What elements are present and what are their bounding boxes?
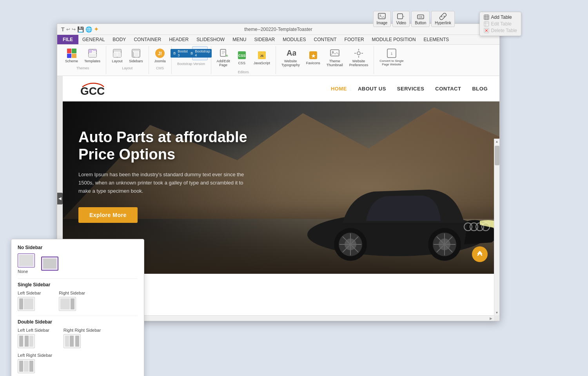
undo-btn[interactable]: ↩ xyxy=(66,27,70,32)
add-edit-page-button[interactable]: + Add/EditPage xyxy=(214,46,232,69)
title-bar-controls: T ↩ ↪ 💾 🌐 ✦ xyxy=(61,25,99,33)
svg-rect-23 xyxy=(113,49,121,52)
nav-contact[interactable]: CONTACT xyxy=(435,86,461,92)
none-option[interactable]: None xyxy=(18,253,35,274)
preview-btn[interactable]: 🌐 xyxy=(85,26,92,33)
bootstrap3-icon: B Bootstrap 3 xyxy=(177,48,188,59)
menu-sidebar[interactable]: SIDEBAR xyxy=(250,35,279,44)
right-right-option[interactable]: Right Right Sidebar xyxy=(64,328,101,348)
menu-content[interactable]: CONTENT xyxy=(310,35,341,44)
convert-single-page-button[interactable]: 1 Convert to SinglePage Website xyxy=(377,46,406,68)
main-toolbar: Scheme Templates Themes Layout xyxy=(57,45,499,76)
svg-rect-24 xyxy=(113,52,117,57)
hero-content: Auto Parts at affordable Price Options L… xyxy=(63,101,267,239)
save-btn[interactable]: 💾 xyxy=(77,26,84,33)
svg-rect-33 xyxy=(220,49,226,56)
menu-file[interactable]: FILE xyxy=(57,35,78,44)
svg-rect-20 xyxy=(93,52,96,53)
left-sidebar-icon xyxy=(18,297,35,311)
css-button[interactable]: CSS CSS xyxy=(234,48,250,67)
preview-toggle-btn[interactable]: ◀ xyxy=(57,193,63,204)
nav-about[interactable]: ABOUT US xyxy=(358,86,386,92)
hyperlink-button[interactable]: Hyperlink xyxy=(431,11,455,27)
nav-blog[interactable]: BLOG xyxy=(472,86,488,92)
sidebars-button[interactable]: Sidebars xyxy=(127,46,145,65)
theme-thumbnail-icon xyxy=(329,48,340,59)
svg-rect-18 xyxy=(89,49,92,53)
theme-thumbnail-button[interactable]: ThemeThumbnail xyxy=(324,46,345,69)
menu-container[interactable]: CONTAINER xyxy=(130,35,165,44)
v-scroll-thumb[interactable] xyxy=(495,146,499,165)
scroll-up-arrow[interactable]: ▲ xyxy=(494,139,499,144)
layout-group-inner: Layout Sidebars xyxy=(109,46,145,65)
menu-slideshow[interactable]: SLIDESHOW xyxy=(192,35,229,44)
left-sidebar-option[interactable]: Left Sidebar xyxy=(18,291,41,311)
website-tools-group-inner: Aa WebsiteTypography ★ Favicons ThemeThu… xyxy=(279,46,371,69)
site-nav: HOME ABOUT US SERVICES CONTACT BLOG xyxy=(331,86,488,92)
svg-rect-28 xyxy=(132,52,134,57)
menu-footer[interactable]: FOOTER xyxy=(341,35,368,44)
svg-rect-29 xyxy=(135,52,138,57)
website-tools-group: Aa WebsiteTypography ★ Favicons ThemeThu… xyxy=(276,46,374,74)
layout-group: Layout Sidebars Layout xyxy=(106,46,149,74)
image-button[interactable]: Image xyxy=(373,11,391,27)
joomla-logo-icon: J! xyxy=(154,48,165,59)
scheme-button[interactable]: Scheme xyxy=(63,46,80,65)
website-typography-button[interactable]: Aa WebsiteTypography xyxy=(279,46,302,69)
no-sidebar-row: None xyxy=(18,253,138,274)
joomla-button[interactable]: J! Joomla xyxy=(152,46,168,65)
nav-services[interactable]: SERVICES xyxy=(397,86,425,92)
left-left-option[interactable]: Left Left Sidebar xyxy=(18,328,49,348)
editors-group: + Add/EditPage CSS CSS JS JavaScript xyxy=(211,46,276,74)
svg-text:CSS: CSS xyxy=(238,54,245,58)
scroll-up-button[interactable] xyxy=(472,246,488,262)
edit-table-button[interactable]: Edit Table xyxy=(484,21,517,27)
templates-button[interactable]: Templates xyxy=(82,46,103,65)
layout-button[interactable]: Layout xyxy=(109,46,125,65)
left-right-icon xyxy=(18,359,35,373)
website-preferences-button[interactable]: WebsitePreferences xyxy=(347,46,371,69)
bootstrap-group: B Bootstrap 3 B Bootstrap 4 Bootstrap Ve… xyxy=(172,46,211,74)
explore-more-button[interactable]: Explore More xyxy=(78,207,138,223)
title-icon: T xyxy=(61,26,65,33)
add-table-button[interactable]: Add Table xyxy=(484,14,517,20)
menu-elements[interactable]: ELEMENTS xyxy=(420,35,453,44)
left-right-option[interactable]: Left Right Sidebar xyxy=(18,353,52,373)
convert-group-inner: 1 Convert to SinglePage Website xyxy=(377,46,406,68)
svg-text:JS: JS xyxy=(260,54,263,57)
bootstrap4-button[interactable]: B Bootstrap 4 xyxy=(192,46,208,60)
svg-marker-3 xyxy=(403,15,405,18)
right-right-label: Right Right Sidebar xyxy=(64,328,101,333)
insert-button-btn[interactable]: OK Button xyxy=(411,11,430,27)
double-sidebar-row-1: Left Left Sidebar Right Right Sidebar xyxy=(18,328,138,348)
svg-text:OK: OK xyxy=(419,16,423,18)
nav-home[interactable]: HOME xyxy=(331,86,347,92)
css-icon: CSS xyxy=(236,50,247,61)
scroll-arrow-right[interactable]: ▶ xyxy=(490,316,494,320)
hero-description: Lorem Ipsum has been the industry's stan… xyxy=(78,171,251,195)
menu-menu[interactable]: MENU xyxy=(229,35,250,44)
menu-module-position[interactable]: MODULE POSITION xyxy=(368,35,420,44)
bootstrap4-icon: B Bootstrap 4 xyxy=(194,48,205,59)
svg-rect-30 xyxy=(139,52,140,57)
add-table-icon xyxy=(484,14,489,20)
divider-2 xyxy=(18,316,138,316)
joomla-icon: ✦ xyxy=(94,25,99,33)
edit-table-icon xyxy=(484,21,489,27)
menu-modules[interactable]: MODULES xyxy=(279,35,310,44)
bootstrap-group-inner: B Bootstrap 3 B Bootstrap 4 xyxy=(175,46,208,60)
svg-point-47 xyxy=(357,52,360,55)
single-sidebar-row: Left Sidebar Right Sidebar xyxy=(18,291,138,311)
menu-body[interactable]: BODY xyxy=(109,35,130,44)
themes-group-inner: Scheme Templates xyxy=(63,46,103,65)
favicons-button[interactable]: ★ Favicons xyxy=(304,48,323,67)
video-button[interactable]: Video xyxy=(392,11,410,27)
redo-btn[interactable]: ↪ xyxy=(72,27,76,32)
menu-header[interactable]: HEADER xyxy=(165,35,192,44)
right-sidebar-option[interactable]: Right Sidebar xyxy=(59,291,85,311)
javascript-button[interactable]: JS JavaScript xyxy=(251,48,272,67)
delete-table-button[interactable]: Delete Table xyxy=(484,28,517,33)
site-header: GCC HOME ABOUT US SERVICES CONTACT BLOG xyxy=(63,76,499,101)
menu-general[interactable]: GENERAL xyxy=(78,35,109,44)
scroll-down-arrow[interactable]: ▼ xyxy=(494,310,499,315)
